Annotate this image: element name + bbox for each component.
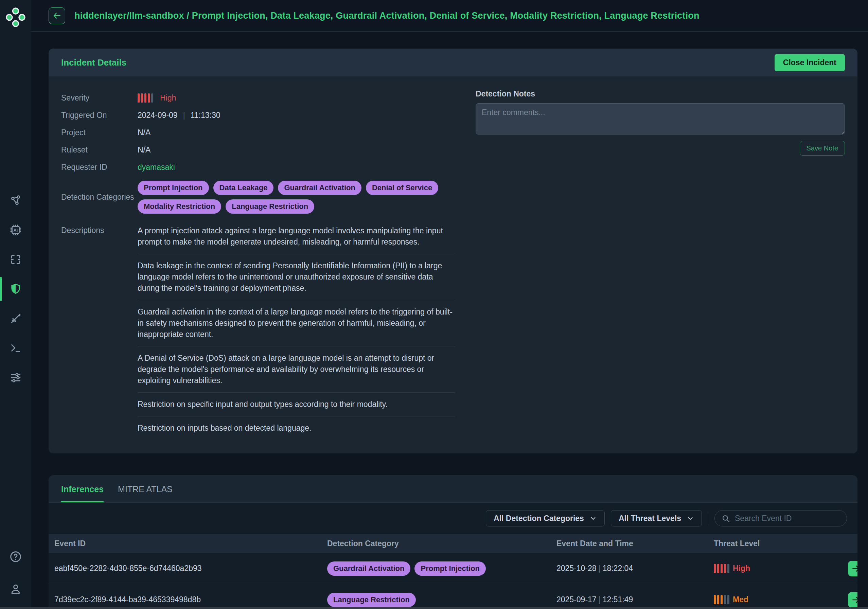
- category-badge: Guardrail Activation: [278, 181, 361, 195]
- threat-levels-dropdown-label: All Threat Levels: [618, 514, 681, 523]
- category-badge: Modality Restriction: [138, 199, 221, 214]
- inferences-panel: Inferences MITRE ATLAS All Detection Cat…: [49, 475, 857, 609]
- triggered-on-label: Triggered On: [61, 111, 138, 120]
- category-badge: Guardrail Activation: [327, 561, 411, 576]
- column-threat-level: Threat Level: [714, 539, 848, 548]
- filters-divider: [708, 511, 708, 525]
- sidebar-bottom: [9, 547, 22, 600]
- search-event-id-box: [715, 510, 847, 527]
- arrow-right-icon: [851, 564, 857, 573]
- column-event-id: Event ID: [54, 539, 327, 548]
- breadcrumb-title: hiddenlayer/llm-sandbox / Prompt Injecti…: [74, 11, 699, 21]
- threat-levels-dropdown[interactable]: All Threat Levels: [611, 510, 702, 527]
- ruleset-value: N/A: [138, 146, 150, 155]
- chevron-down-icon: [589, 514, 597, 522]
- back-arrow-icon: [53, 11, 62, 20]
- detection-notes-section: Detection Notes Save Note: [476, 89, 845, 434]
- horizontal-scrollbar[interactable]: [0, 607, 868, 609]
- svg-text:AI: AI: [14, 228, 18, 232]
- shield-detections-icon[interactable]: [0, 279, 31, 299]
- descriptions-row: Descriptions A prompt injection attack a…: [61, 225, 459, 434]
- table-row[interactable]: 7d39ec2c-2f89-4144-ba39-465339498d8b Lan…: [49, 584, 857, 609]
- event-id-cell: 7d39ec2c-2f89-4144-ba39-465339498d8b: [54, 595, 327, 604]
- table-filters: All Detection Categories All Threat Leve…: [49, 503, 857, 534]
- ruleset-label: Ruleset: [61, 146, 138, 155]
- user-icon[interactable]: [9, 579, 22, 600]
- tab-mitre-atlas[interactable]: MITRE ATLAS: [118, 484, 173, 502]
- incident-fields: Severity High Triggered On 2024-09-09 | …: [61, 89, 459, 434]
- project-label: Project: [61, 128, 138, 137]
- detection-categories-row: Detection Categories Prompt Injection Da…: [61, 181, 459, 214]
- detection-category-badges: Prompt Injection Data Leakage Guardrail …: [138, 181, 459, 214]
- event-date-cell: 2025-10-28|18:22:04: [556, 564, 714, 573]
- project-value: N/A: [138, 128, 150, 137]
- triggered-on-row: Triggered On 2024-09-09 | 11:13:30: [61, 107, 459, 124]
- table-row[interactable]: eabf450e-2282-4d30-855e-6d74460a2b93 Gua…: [49, 553, 857, 584]
- descriptions-list: A prompt injection attack against a larg…: [138, 225, 455, 434]
- inferences-tab-content: All Detection Categories All Threat Leve…: [49, 503, 857, 609]
- category-badge: Denial of Service: [366, 181, 438, 195]
- save-note-button[interactable]: Save Note: [800, 141, 845, 156]
- sidebar-nav: AI: [0, 31, 31, 547]
- sliders-icon[interactable]: [0, 367, 31, 388]
- open-event-button[interactable]: [848, 592, 857, 607]
- triggered-date: 2024-09-09: [138, 111, 178, 120]
- description-paragraph: Restriction on inputs based on detected …: [138, 423, 455, 434]
- main-content: Incident Details Close Incident Severity…: [31, 32, 868, 609]
- detection-notes-textarea[interactable]: [476, 103, 845, 135]
- incident-details-panel: Incident Details Close Incident Severity…: [49, 48, 857, 453]
- date-time-separator: |: [181, 111, 187, 120]
- detection-categories-dropdown[interactable]: All Detection Categories: [486, 510, 605, 527]
- description-paragraph: Guardrail activation in the context of a…: [138, 306, 455, 346]
- table-header-row: Event ID Detection Category Event Date a…: [49, 534, 857, 553]
- hiddenlayer-logo: [6, 3, 25, 31]
- ai-chip-icon[interactable]: AI: [0, 220, 31, 240]
- column-event-date-time: Event Date and Time: [556, 539, 714, 548]
- category-badge: Prompt Injection: [138, 181, 209, 195]
- description-paragraph: A Denial of Service (DoS) attack on a la…: [138, 353, 455, 393]
- threat-bars-icon: [714, 564, 729, 573]
- requester-label: Requester ID: [61, 163, 138, 172]
- incident-panel-header: Incident Details Close Incident: [49, 48, 857, 76]
- ruleset-row: Ruleset N/A: [61, 141, 459, 159]
- project-row: Project N/A: [61, 124, 459, 141]
- terminal-icon[interactable]: [0, 338, 31, 358]
- scan-frame-icon[interactable]: [0, 249, 31, 270]
- severity-label: Severity: [61, 93, 138, 102]
- panel-title: Incident Details: [61, 57, 126, 68]
- category-badge: Prompt Injection: [414, 561, 486, 576]
- category-badge: Language Restriction: [327, 593, 416, 607]
- search-event-id-input[interactable]: [735, 514, 840, 523]
- detection-notes-label: Detection Notes: [476, 89, 845, 99]
- category-badge: Data Leakage: [213, 181, 274, 195]
- tab-bar: Inferences MITRE ATLAS: [49, 475, 857, 503]
- column-detection-category: Detection Category: [327, 539, 556, 548]
- threat-level-cell: Med: [714, 595, 848, 604]
- arrow-right-icon: [851, 595, 857, 604]
- sword-icon[interactable]: [0, 308, 31, 329]
- tab-inferences[interactable]: Inferences: [61, 484, 104, 502]
- help-icon[interactable]: [9, 547, 22, 567]
- event-date-cell: 2025-09-17|12:51:49: [556, 595, 714, 604]
- requester-row: Requester ID dyamasaki: [61, 159, 459, 176]
- back-button[interactable]: [49, 8, 65, 24]
- top-header: hiddenlayer/llm-sandbox / Prompt Injecti…: [31, 0, 868, 32]
- descriptions-label: Descriptions: [61, 225, 138, 434]
- description-paragraph: Data leakage in the context of sending P…: [138, 260, 455, 300]
- detection-categories-label: Detection Categories: [61, 192, 138, 202]
- description-paragraph: A prompt injection attack against a larg…: [138, 225, 455, 254]
- event-id-cell: eabf450e-2282-4d30-855e-6d74460a2b93: [54, 564, 327, 573]
- requester-value-link[interactable]: dyamasaki: [138, 163, 175, 172]
- detection-categories-dropdown-label: All Detection Categories: [494, 514, 584, 523]
- threat-bars-icon: [714, 595, 729, 604]
- triggered-time: 11:13:30: [191, 111, 220, 120]
- threat-level-cell: High: [714, 564, 848, 573]
- search-icon: [722, 514, 730, 523]
- network-graph-icon[interactable]: [0, 190, 31, 211]
- close-incident-button[interactable]: Close Incident: [775, 54, 845, 71]
- severity-bars-icon: [138, 93, 153, 102]
- chevron-down-icon: [687, 514, 694, 522]
- open-event-button[interactable]: [848, 561, 857, 576]
- sidebar: AI: [0, 0, 31, 609]
- description-paragraph: Restriction on specific input and output…: [138, 399, 455, 417]
